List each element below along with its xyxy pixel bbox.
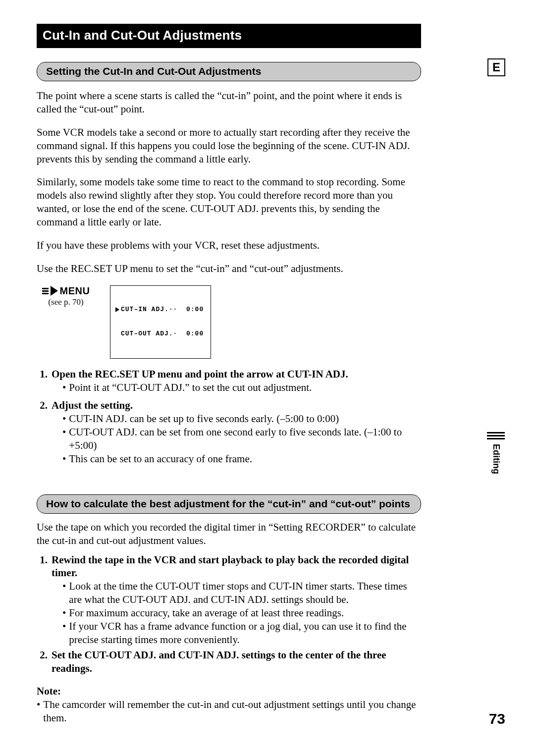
para: Some VCR models take a second or more to…	[37, 126, 421, 166]
step-num: 2.	[37, 648, 48, 675]
bullet-icon: •	[62, 426, 66, 452]
bullet-icon: •	[62, 412, 66, 426]
para: Use the REC.SET UP menu to set the “cut-…	[37, 262, 421, 275]
side-tab-e-label: E	[492, 60, 500, 74]
step-head-text: Rewind the tape in the VCR and start pla…	[52, 553, 421, 580]
lcd-box: CUT–IN ADJ.·· 0:00 CUT–OUT ADJ.· 0:00	[110, 285, 211, 359]
bullet-icon: •	[37, 698, 40, 725]
step-num: 2.	[37, 399, 48, 412]
step2-1-bullet: • For maximum accuracy, take an average …	[62, 606, 421, 620]
step-2-bullet: • CUT-OUT ADJ. can be set from one secon…	[62, 426, 421, 452]
para: Similarly, some models take some time to…	[37, 175, 421, 229]
bullet-text: For maximum accuracy, take an average of…	[69, 606, 344, 620]
page-content: Cut-In and Cut-Out Adjustments Setting t…	[37, 24, 421, 725]
step-num: 1.	[37, 553, 48, 580]
bullet-text: CUT-OUT ADJ. can be set from one second …	[69, 426, 421, 452]
step-2-bullet: • CUT-IN ADJ. can be set up to five seco…	[62, 412, 421, 426]
bullet-icon: •	[62, 580, 66, 606]
step-1-head: 1. Open the REC.SET UP menu and point th…	[37, 368, 421, 381]
bullet-icon: •	[62, 606, 66, 620]
menu-icon-row: MENU	[42, 285, 90, 297]
step-head-text: Set the CUT-OUT ADJ. and CUT-IN ADJ. set…	[52, 648, 421, 675]
side-tab-e: E	[487, 58, 505, 76]
section-heading-1-text: Setting the Cut-In and Cut-Out Adjustmen…	[46, 65, 261, 77]
step-head-text: Adjust the setting.	[52, 399, 133, 412]
bullet-icon: •	[62, 381, 66, 394]
menu-word: MENU	[60, 285, 90, 297]
step-2-head: 2. Adjust the setting.	[37, 399, 421, 412]
side-tab-editing-label: Editing	[491, 444, 501, 474]
section1-body: The point where a scene starts is called…	[37, 89, 421, 275]
bullet-text: If your VCR has a frame advance function…	[69, 620, 421, 647]
note-text: The camcorder will remember the cut-in a…	[43, 698, 421, 725]
lcd-line-2-text: CUT–OUT ADJ.· 0:00	[121, 330, 204, 338]
bullet-text: This can be set to an accuracy of one fr…	[69, 452, 252, 466]
section-heading-2-text: How to calculate the best adjustment for…	[46, 498, 410, 509]
para: If you have these problems with your VCR…	[37, 239, 421, 252]
side-tab-editing: Editing	[487, 432, 505, 474]
lcd-line-1-text: CUT–IN ADJ.·· 0:00	[121, 306, 204, 314]
bullet-text: Point it at “CUT-OUT ADJ.” to set the cu…	[69, 381, 312, 394]
para: Use the tape on which you recorded the d…	[37, 521, 421, 547]
bullet-text: Look at the time the CUT-OUT timer stops…	[69, 580, 421, 606]
tab-lines-icon	[487, 432, 505, 441]
step-2-bullet: • This can be set to an accuracy of one …	[62, 452, 421, 466]
para: The point where a scene starts is called…	[37, 89, 421, 116]
lcd-line-1: CUT–IN ADJ.·· 0:00	[115, 306, 204, 314]
bullet-text: CUT-IN ADJ. can be set up to five second…	[69, 412, 339, 426]
steps-block-1: 1. Open the REC.SET UP menu and point th…	[37, 368, 421, 466]
play-icon	[51, 286, 58, 296]
bullet-icon: •	[62, 620, 66, 647]
menu-reference-block: MENU (see p. 70) CUT–IN ADJ.·· 0:00 CUT–…	[37, 285, 421, 359]
step2-1-bullet: • Look at the time the CUT-OUT timer sto…	[62, 580, 421, 606]
section-heading-1: Setting the Cut-In and Cut-Out Adjustmen…	[37, 62, 421, 81]
step-num: 1.	[37, 368, 48, 381]
note-bullet: • The camcorder will remember the cut-in…	[37, 698, 421, 725]
page-title-bar: Cut-In and Cut-Out Adjustments	[37, 24, 421, 48]
menu-icon-block: MENU (see p. 70)	[37, 285, 95, 307]
steps-block-2: 1. Rewind the tape in the VCR and start …	[37, 553, 421, 675]
see-page-ref: (see p. 70)	[48, 297, 83, 307]
lcd-line-2: CUT–OUT ADJ.· 0:00	[115, 330, 204, 338]
step2-2-head: 2. Set the CUT-OUT ADJ. and CUT-IN ADJ. …	[37, 648, 421, 675]
page-title: Cut-In and Cut-Out Adjustments	[43, 28, 242, 43]
menu-bars-icon	[42, 288, 49, 294]
step-head-text: Open the REC.SET UP menu and point the a…	[52, 368, 348, 381]
section-heading-2: How to calculate the best adjustment for…	[37, 494, 421, 514]
triangle-icon	[115, 307, 119, 312]
bullet-icon: •	[62, 452, 66, 466]
step-1-bullet: • Point it at “CUT-OUT ADJ.” to set the …	[62, 381, 421, 394]
note-heading: Note:	[37, 685, 421, 698]
step2-1-head: 1. Rewind the tape in the VCR and start …	[37, 553, 421, 580]
note-block: Note: • The camcorder will remember the …	[37, 685, 421, 725]
section2-body: Use the tape on which you recorded the d…	[37, 521, 421, 547]
page-number: 73	[489, 710, 505, 727]
step2-1-bullet: • If your VCR has a frame advance functi…	[62, 620, 421, 647]
